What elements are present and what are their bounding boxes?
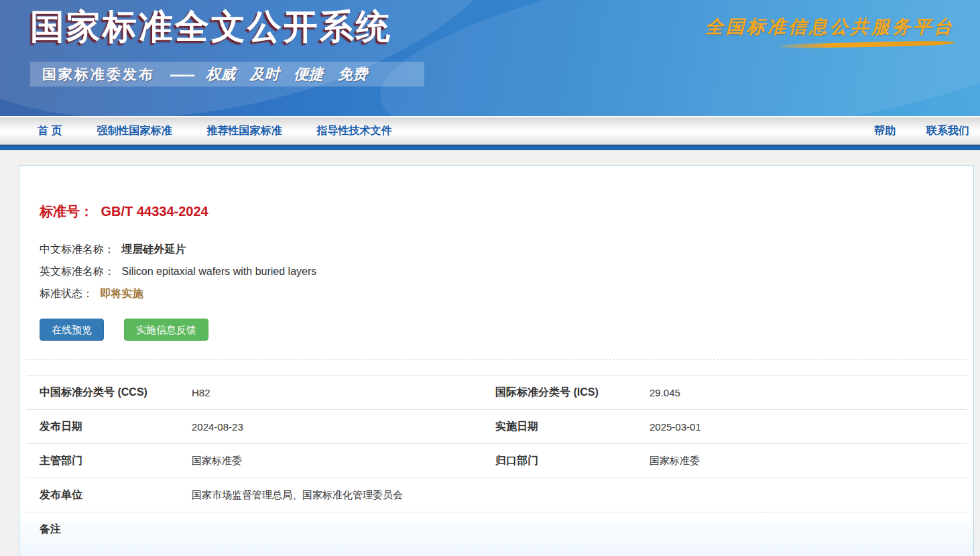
site-title-logo[interactable]: 国家标准全文公开系统 [30,4,392,50]
nav-item-home[interactable]: 首 页 [38,124,62,138]
publish-date-value: 2024-08-23 [192,421,495,433]
table-row: 中国标准分类号 (CCS) H82 国际标准分类号 (ICS) 29.045 [26,375,967,409]
competent-dept-label: 主管部门 [40,454,192,468]
platform-logo[interactable]: 全国标准信息公共服务平台 [705,15,955,47]
cn-name-value: 埋层硅外延片 [121,243,186,255]
standard-number-label: 标准号： [40,204,93,219]
cn-name-label: 中文标准名称： [40,243,115,255]
table-row: 发布单位 国家市场监督管理总局、国家标准化管理委员会 [26,478,967,512]
table-row: 主管部门 国家标准委 归口部门 国家标准委 [26,443,967,478]
details-table: 中国标准分类号 (CCS) H82 国际标准分类号 (ICS) 29.045 发… [26,375,967,546]
competent-dept-value: 国家标准委 [192,455,495,467]
status-badge: 即将实施 [100,288,143,299]
slogan-dash: —— [170,66,194,82]
slogan-banner: 国家标准委发布 —— 权威 及时 便捷 免费 [30,62,424,87]
standard-info-block: 中文标准名称： 埋层硅外延片 英文标准名称： Silicon epitaxial… [26,221,967,304]
action-button-row: 在线预览 实施信息反馈 [26,304,967,341]
dashed-divider [26,359,967,359]
en-name-line: 英文标准名称： Silicon epitaxial wafers with bu… [40,260,953,282]
ccs-label: 中国标准分类号 (CCS) [40,386,192,400]
table-row: 备注 [26,512,967,546]
standard-detail-card: 标准号： GB/T 44334-2024 中文标准名称： 埋层硅外延片 英文标准… [19,165,974,556]
nav-item-mandatory-standards[interactable]: 强制性国家标准 [97,124,172,138]
issuing-unit-value: 国家市场监督管理总局、国家标准化管理委员会 [192,489,967,502]
publisher-label: 国家标准委发布 [42,65,155,84]
nav-right-group: 帮助 联系我们 [874,124,969,138]
status-line: 标准状态： 即将实施 [40,282,953,304]
nav-item-help[interactable]: 帮助 [874,124,896,138]
en-name-label: 英文标准名称： [40,266,115,277]
nav-left-group: 首 页 强制性国家标准 推荐性国家标准 指导性技术文件 [38,124,874,138]
ccs-value: H82 [192,387,495,398]
slogan-words: 权威 及时 便捷 免费 [206,64,367,85]
nav-accent-bar [0,145,980,150]
centralized-dept-label: 归口部门 [495,454,650,468]
nav-item-recommended-standards[interactable]: 推荐性国家标准 [206,124,282,138]
cn-name-line: 中文标准名称： 埋层硅外延片 [40,238,953,260]
implement-date-label: 实施日期 [495,420,650,434]
main-nav: 首 页 强制性国家标准 推荐性国家标准 指导性技术文件 帮助 联系我们 [0,116,980,145]
en-name-value: Silicon epitaxial wafers with buried lay… [121,266,316,277]
online-preview-button[interactable]: 在线预览 [40,319,104,341]
platform-logo-text: 全国标准信息公共服务平台 [705,15,955,39]
remarks-label: 备注 [40,522,192,537]
publish-date-label: 发布日期 [40,420,192,434]
ics-label: 国际标准分类号 (ICS) [495,386,650,400]
site-header: 国家标准全文公开系统 国家标准委发布 —— 权威 及时 便捷 免费 全国标准信息… [0,0,980,116]
page-body: 标准号： GB/T 44334-2024 中文标准名称： 埋层硅外延片 英文标准… [0,150,980,555]
ics-value: 29.045 [650,387,967,398]
status-label: 标准状态： [40,288,93,299]
implementation-feedback-button[interactable]: 实施信息反馈 [124,319,208,341]
nav-item-guidance-documents[interactable]: 指导性技术文件 [316,124,391,138]
nav-item-contact[interactable]: 联系我们 [926,124,969,138]
standard-number-value: GB/T 44334-2024 [101,204,208,219]
centralized-dept-value: 国家标准委 [650,455,967,467]
issuing-unit-label: 发布单位 [40,488,192,502]
implement-date-value: 2025-03-01 [650,421,967,433]
standard-number-line: 标准号： GB/T 44334-2024 [26,166,967,221]
table-row: 发布日期 2024-08-23 实施日期 2025-03-01 [26,409,967,443]
